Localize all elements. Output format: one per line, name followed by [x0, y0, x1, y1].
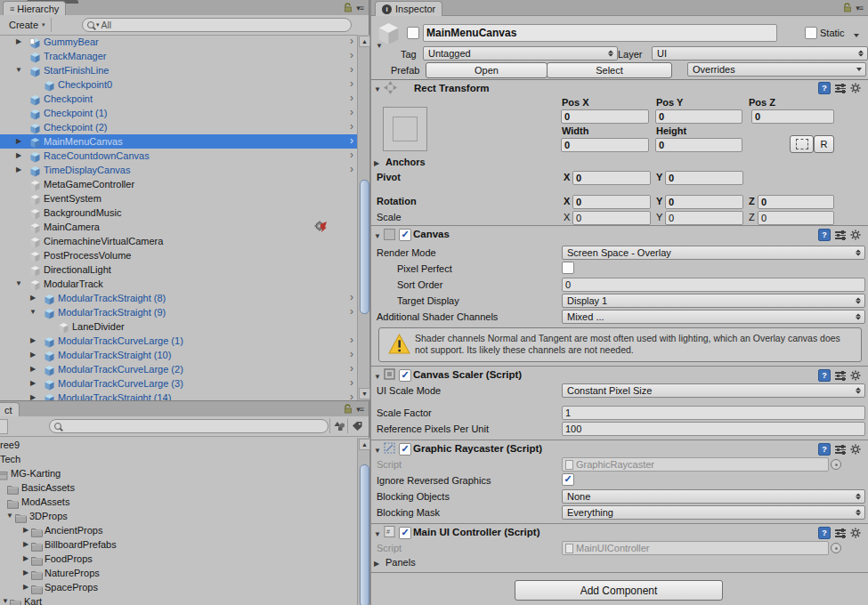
hierarchy-item[interactable]: MetaGameController [0, 177, 357, 191]
project-tree-item[interactable]: ▶BillboardPrefabs [0, 537, 357, 552]
project-tree-item[interactable]: ▶SpaceProps [0, 580, 357, 594]
gear-icon[interactable] [850, 444, 861, 455]
pivot-x-field[interactable]: 0 [572, 171, 651, 185]
hierarchy-item[interactable]: DirectionalLight [0, 262, 357, 277]
scale-y-field[interactable]: 0 [665, 211, 743, 225]
prefab-nav-arrow[interactable]: › [350, 35, 353, 48]
rotation-x-field[interactable]: 0 [572, 195, 651, 209]
anchors-foldout[interactable]: ▶ [374, 157, 379, 171]
hierarchy-item[interactable]: PostProcessVolume [0, 248, 357, 262]
script-field[interactable]: MainUIController [562, 541, 829, 555]
gameobject-name-field[interactable]: MainMenuCanvas [423, 24, 777, 42]
project-tree-item[interactable]: ▼3DProps [0, 509, 357, 523]
expand-arrow-icon[interactable]: ▶ [21, 523, 30, 537]
project-tree-item[interactable]: ▶AncientProps [0, 523, 357, 537]
raw-edit-button[interactable]: R [814, 135, 834, 153]
expand-arrow-icon[interactable]: ▶ [21, 580, 30, 594]
pos-z-field[interactable]: 0 [751, 109, 834, 124]
hierarchy-item[interactable]: ▶RaceCountdownCanvas› [0, 149, 357, 163]
hierarchy-item[interactable]: ▼StartFinishLine› [0, 63, 357, 77]
help-icon[interactable]: ? [818, 527, 831, 539]
scale-factor-field[interactable]: 1 [562, 406, 865, 420]
preset-icon[interactable] [835, 528, 846, 538]
scrollbar-thumb[interactable] [360, 464, 369, 605]
tab-hierarchy[interactable]: ≡ Hierarchy [3, 1, 66, 16]
expand-arrow-icon[interactable]: ▶ [21, 537, 30, 552]
hierarchy-item[interactable]: ▶ModularTrackStraight (10)› [0, 348, 357, 362]
gameobject-icon-caret[interactable]: ▼ [376, 39, 383, 53]
hierarchy-item[interactable]: BackgroundMusic [0, 206, 357, 220]
expand-arrow-icon[interactable]: ▶ [14, 35, 23, 49]
help-icon[interactable]: ? [818, 369, 831, 382]
rotation-z-field[interactable]: 0 [758, 195, 834, 209]
anchor-preview[interactable] [383, 107, 427, 151]
gear-icon[interactable] [850, 528, 861, 538]
scale-z-field[interactable]: 0 [758, 211, 834, 225]
shader-channels-dropdown[interactable]: Mixed ... [562, 310, 865, 324]
panels-foldout[interactable]: ▶ [374, 557, 379, 571]
scroll-up-arrow[interactable]: ▲ [359, 36, 370, 47]
expand-arrow-icon[interactable]: ▶ [28, 291, 37, 305]
hierarchy-item[interactable]: ▶GummyBear› [0, 35, 357, 49]
create-button[interactable]: Create ▾ [4, 18, 52, 32]
hierarchy-item[interactable]: ▶ModularTrackCurveLarge (2)› [0, 362, 357, 376]
layer-dropdown[interactable]: UI [652, 46, 868, 60]
rect-transform-foldout[interactable]: ▼ [374, 83, 381, 97]
scroll-up-arrow[interactable]: ▲ [359, 439, 370, 450]
scale-x-field[interactable]: 0 [572, 211, 651, 225]
hierarchy-item[interactable]: ▶ModularTrackStraight (8)› [0, 291, 357, 305]
help-icon[interactable]: ? [818, 443, 831, 456]
project-tree-item[interactable]: Tech [0, 452, 357, 466]
blueprint-mode-button[interactable] [790, 135, 814, 153]
gear-icon[interactable] [850, 370, 861, 381]
hierarchy-item[interactable]: ▶MainMenuCanvas› [0, 134, 357, 149]
prefab-nav-arrow[interactable]: › [350, 348, 353, 361]
preset-icon[interactable] [835, 444, 846, 455]
project-tree-item[interactable]: ▼Kart [0, 594, 357, 605]
tab-inspector[interactable]: i Inspector [375, 1, 442, 16]
hierarchy-item[interactable]: Checkpoint (2)› [0, 120, 357, 134]
lock-icon[interactable] [344, 404, 353, 414]
expand-arrow-icon[interactable]: ▶ [0, 480, 2, 495]
prefab-nav-arrow[interactable]: › [350, 391, 353, 400]
prefab-nav-arrow[interactable]: › [350, 376, 353, 390]
tab-project[interactable]: ct [0, 402, 20, 417]
project-tree-item[interactable]: ▶ModAssets [0, 495, 357, 509]
hierarchy-item[interactable]: ▶ModularTrackCurveLarge (3)› [0, 376, 357, 391]
prefab-nav-arrow[interactable]: › [350, 334, 353, 347]
hierarchy-item[interactable]: EventSystem [0, 191, 357, 206]
script-field[interactable]: GraphicRaycaster [562, 457, 829, 472]
hierarchy-item[interactable]: Checkpoint› [0, 92, 357, 106]
render-mode-dropdown[interactable]: Screen Space - Overlay [562, 246, 865, 260]
static-dropdown-caret[interactable] [854, 34, 859, 37]
prefab-nav-arrow[interactable]: › [350, 305, 353, 319]
hierarchy-item[interactable]: ▶ModularTrackCurveLarge (1)› [0, 334, 357, 348]
pivot-y-field[interactable]: 0 [665, 171, 743, 185]
main-ui-controller-foldout[interactable]: ▼ [374, 528, 381, 542]
prefab-nav-arrow[interactable]: › [350, 63, 353, 77]
canvas-enabled-checkbox[interactable]: ✓ [399, 229, 411, 241]
canvas-foldout[interactable]: ▼ [374, 230, 381, 244]
lock-icon[interactable] [843, 3, 852, 12]
add-component-button[interactable]: Add Component [515, 580, 723, 601]
expand-arrow-icon[interactable]: ▼ [28, 305, 37, 319]
main-ui-controller-enabled-checkbox[interactable]: ✓ [399, 527, 411, 539]
expand-arrow-icon[interactable]: ▼ [1, 594, 10, 605]
tag-dropdown[interactable]: Untagged [423, 46, 618, 60]
gear-icon[interactable] [850, 83, 861, 93]
rotation-y-field[interactable]: 0 [665, 195, 743, 209]
project-tree-item[interactable]: ree9 [0, 438, 357, 452]
expand-arrow-icon[interactable]: ▶ [28, 334, 37, 348]
search-by-label-button[interactable] [347, 418, 366, 433]
expand-arrow-icon[interactable]: ▶ [28, 348, 37, 362]
height-field[interactable]: 0 [655, 138, 742, 152]
create-button-fragment[interactable] [0, 419, 8, 434]
prefab-nav-arrow[interactable]: › [350, 291, 353, 304]
panel-menu-icon[interactable]: ▾≡ [356, 405, 363, 414]
prefab-open-button[interactable]: Open [426, 62, 548, 78]
panel-menu-icon[interactable]: ▾≡ [856, 4, 863, 12]
project-tree-item[interactable]: ▶NatureProps [0, 566, 357, 580]
expand-arrow-icon[interactable]: ▶ [0, 495, 2, 509]
hierarchy-item[interactable]: ▶TimeDisplayCanvas› [0, 163, 357, 177]
prefab-nav-arrow[interactable]: › [350, 163, 353, 176]
